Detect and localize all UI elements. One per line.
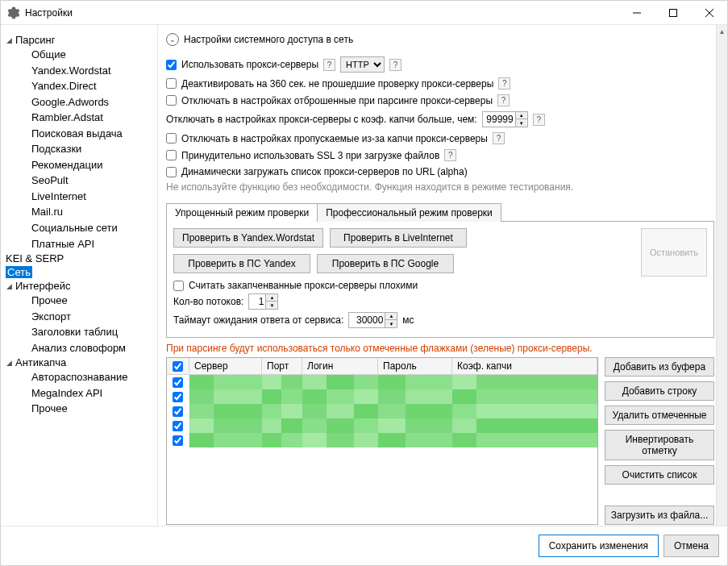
table-row[interactable] — [167, 404, 597, 418]
add-row-button[interactable]: Добавить строку — [605, 381, 714, 401]
protocol-select[interactable]: HTTP — [340, 56, 385, 73]
disable-rejected-checkbox[interactable] — [166, 95, 177, 106]
clear-list-button[interactable]: Очистить список — [605, 465, 714, 485]
maximize-button[interactable] — [655, 1, 691, 24]
window-title: Настройки — [25, 7, 73, 19]
tree-group[interactable]: Сеть — [4, 265, 154, 279]
tree-item[interactable]: Rambler.Adstat — [30, 110, 154, 126]
col-server[interactable]: Сервер — [189, 358, 262, 374]
check-liveinternet-button[interactable]: Проверить в LiveInternet — [330, 228, 467, 248]
tree-item[interactable]: Поисковая выдача — [30, 126, 154, 142]
spin-up-icon[interactable]: ▲ — [516, 112, 527, 119]
check-yandex-wordstat-button[interactable]: Проверить в Yandex.Wordstat — [173, 228, 323, 248]
use-proxy-checkbox[interactable] — [166, 60, 177, 70]
save-button[interactable]: Сохранить изменения — [539, 535, 659, 557]
help-icon[interactable]: ? — [497, 94, 510, 106]
help-icon[interactable]: ? — [533, 114, 545, 126]
force-ssl3-checkbox[interactable] — [166, 150, 177, 160]
header-checkbox[interactable] — [173, 361, 183, 372]
captcha-coef-input[interactable] — [483, 114, 515, 125]
tree-group[interactable]: KEI & SERP — [4, 252, 154, 265]
scrollbar[interactable]: ▲ — [716, 25, 727, 526]
tree-item[interactable]: Анализ словоформ — [30, 340, 154, 356]
tree-item[interactable]: Прочее — [30, 293, 154, 309]
tree-item[interactable]: Автораспознавание — [30, 369, 154, 385]
col-password[interactable]: Пароль — [378, 358, 452, 374]
deactivate-360-checkbox[interactable] — [166, 78, 177, 89]
spin-down-icon[interactable]: ▼ — [385, 320, 397, 327]
spin-up-icon[interactable]: ▲ — [266, 294, 277, 302]
nav-tree[interactable]: ◢ПарсингОбщиеYandex.WordstatYandex.Direc… — [4, 33, 154, 417]
row-checkbox[interactable] — [173, 377, 183, 388]
help-icon[interactable]: ? — [498, 77, 510, 89]
row-checkbox[interactable] — [173, 392, 183, 402]
chevron-down-icon[interactable]: ◢ — [6, 359, 13, 367]
table-row[interactable] — [167, 375, 597, 389]
spin-down-icon[interactable]: ▼ — [516, 119, 527, 127]
delete-checked-button[interactable]: Удалить отмеченные — [605, 406, 714, 425]
section-toggle-icon[interactable]: ⌄ — [166, 33, 179, 46]
tree-group[interactable]: ◢Антикапча — [4, 356, 154, 369]
minimize-button[interactable] — [618, 1, 655, 24]
tree-item[interactable]: Yandex.Direct — [30, 78, 154, 94]
help-icon[interactable]: ? — [493, 132, 505, 144]
disable-captcha-coef-label: Отключать в настройках прокси-серверы с … — [166, 114, 477, 125]
tree-item[interactable]: SeoPult — [30, 173, 154, 189]
tree-item[interactable]: Рекомендации — [30, 157, 154, 173]
timeout-unit: мс — [402, 314, 414, 326]
table-row[interactable] — [167, 433, 597, 447]
tree-item[interactable]: Экспорт — [30, 309, 154, 325]
tree-item[interactable]: Социальные сети — [30, 220, 154, 236]
proxy-table[interactable]: Сервер Порт Логин Пароль Коэф. капчи — [166, 357, 598, 525]
check-ps-yandex-button[interactable]: Проверить в ПС Yandex — [173, 254, 310, 273]
tree-item[interactable]: Платные API — [30, 236, 154, 252]
row-checkbox[interactable] — [173, 435, 183, 446]
tree-item[interactable]: Mail.ru — [30, 204, 154, 220]
red-warning: При парсинге будут использоваться только… — [166, 338, 714, 357]
add-from-buffer-button[interactable]: Добавить из буфера — [605, 357, 714, 377]
disable-skipped-checkbox[interactable] — [166, 133, 177, 144]
scroll-up-icon[interactable]: ▲ — [717, 25, 727, 38]
invert-selection-button[interactable]: Инвертировать отметку — [605, 430, 714, 460]
tree-item[interactable]: Прочее — [30, 401, 154, 417]
threads-input[interactable] — [249, 296, 265, 307]
close-button[interactable] — [691, 1, 727, 24]
alpha-note: Не используйте функцию без необходимости… — [166, 181, 714, 193]
help-icon[interactable]: ? — [323, 59, 335, 71]
help-icon[interactable]: ? — [389, 59, 401, 71]
chevron-down-icon[interactable]: ◢ — [6, 36, 13, 44]
timeout-label: Таймаут ожидания ответа от сервиса: — [173, 314, 343, 326]
spin-up-icon[interactable]: ▲ — [385, 313, 397, 320]
tree-label: Парсинг — [15, 34, 56, 46]
col-captcha[interactable]: Коэф. капчи — [452, 358, 597, 374]
tree-item[interactable]: Заголовки таблиц — [30, 324, 154, 340]
tree-item[interactable]: LiveInternet — [30, 189, 154, 205]
check-ps-google-button[interactable]: Проверить в ПС Google — [317, 254, 454, 273]
tree-label: Сеть — [6, 266, 32, 278]
chevron-down-icon[interactable]: ◢ — [6, 282, 13, 290]
row-checkbox[interactable] — [173, 421, 183, 431]
cancel-button[interactable]: Отмена — [664, 535, 719, 557]
row-checkbox[interactable] — [173, 406, 183, 417]
bad-captcha-checkbox[interactable] — [173, 281, 184, 291]
tree-group[interactable]: ◢Интерфейс — [4, 279, 154, 293]
tree-item[interactable]: Google.Adwords — [30, 94, 154, 110]
timeout-input[interactable] — [349, 314, 385, 326]
table-row[interactable] — [167, 389, 597, 404]
tree-item[interactable]: Yandex.Wordstat — [30, 63, 154, 79]
tree-group[interactable]: ◢Парсинг — [4, 33, 154, 47]
spin-down-icon[interactable]: ▼ — [266, 302, 277, 309]
tree-item[interactable]: MegaIndex API — [30, 385, 154, 402]
deactivate-360-label: Деактивировать на 360 сек. не прошедшие … — [181, 78, 493, 89]
tree-item[interactable]: Общие — [30, 47, 154, 63]
tab-pro[interactable]: Профессиональный режим проверки — [317, 203, 501, 222]
col-login[interactable]: Логин — [302, 358, 378, 374]
col-port[interactable]: Порт — [262, 358, 302, 374]
help-icon[interactable]: ? — [444, 149, 456, 161]
tree-label: KEI & SERP — [6, 252, 64, 264]
tab-simple[interactable]: Упрощенный режим проверки — [166, 203, 318, 222]
tree-item[interactable]: Подсказки — [30, 141, 154, 157]
dynamic-url-checkbox[interactable] — [166, 167, 177, 177]
table-row[interactable] — [167, 418, 597, 433]
load-from-file-button[interactable]: Загрузить из файла... — [605, 506, 714, 525]
